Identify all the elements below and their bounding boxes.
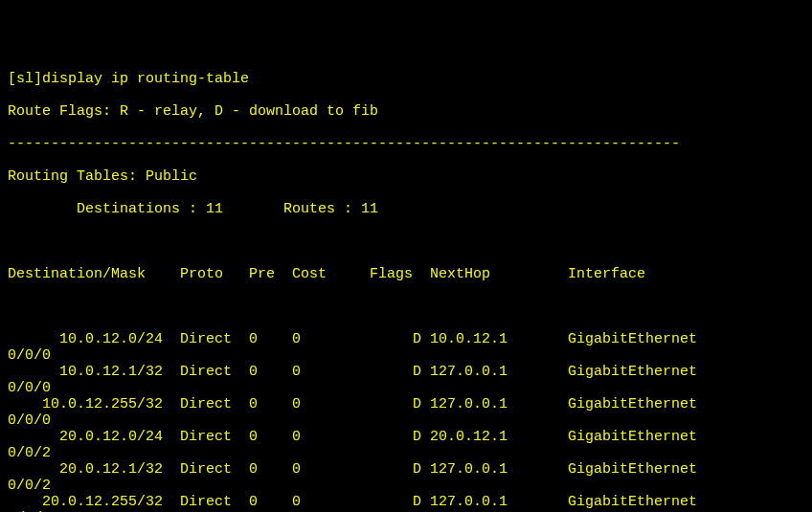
blank-line [8, 299, 804, 315]
interface-continuation: 0/0/0 [8, 380, 804, 396]
divider: ----------------------------------------… [8, 136, 804, 152]
counts-line: Destinations : 11 Routes : 11 [8, 201, 804, 217]
blank-line [8, 234, 804, 250]
command-line: [sl]display ip routing-table [8, 71, 804, 87]
interface-continuation: 0/0/0 [8, 347, 804, 364]
table-row: 20.0.12.0/24 Direct 0 0 D 20.0.12.1 Giga… [8, 429, 804, 445]
table-row: 20.0.12.255/32 Direct 0 0 D 127.0.0.1 Gi… [8, 494, 804, 510]
table-row: 10.0.12.255/32 Direct 0 0 D 127.0.0.1 Gi… [8, 396, 804, 412]
table-row: 20.0.12.1/32 Direct 0 0 D 127.0.0.1 Giga… [8, 461, 804, 478]
interface-continuation: 0/0/2 [8, 478, 804, 494]
flags-legend: Route Flags: R - relay, D - download to … [8, 103, 804, 120]
section-title: Routing Tables: Public [8, 168, 804, 185]
routes-table: 10.0.12.0/24 Direct 0 0 D 10.0.12.1 Giga… [8, 331, 804, 512]
table-row: 10.0.12.0/24 Direct 0 0 D 10.0.12.1 Giga… [8, 331, 804, 347]
table-header: Destination/Mask Proto Pre Cost Flags Ne… [8, 266, 804, 282]
interface-continuation: 0/0/0 [8, 412, 804, 429]
interface-continuation: 0/0/2 [8, 445, 804, 461]
table-row: 10.0.12.1/32 Direct 0 0 D 127.0.0.1 Giga… [8, 364, 804, 380]
